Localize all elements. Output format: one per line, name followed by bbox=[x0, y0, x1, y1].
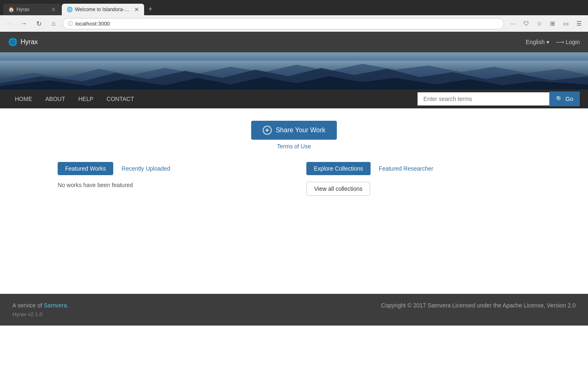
service-text: A service of Samvera. bbox=[12, 302, 68, 309]
app-title: Hyrax bbox=[21, 38, 38, 46]
right-tab-content: View all collections bbox=[306, 182, 530, 196]
search-input[interactable] bbox=[418, 92, 549, 105]
search-icon: 🔍 bbox=[556, 96, 563, 102]
nav-help[interactable]: HELP bbox=[72, 91, 100, 107]
menu-button[interactable]: ☰ bbox=[573, 18, 585, 29]
browser-chrome: 🏠 Hyrax ✕ 🌐 Welcome to Islandora-CLAW | … bbox=[0, 0, 588, 32]
app-header: 🌐 Hyrax English ▾ ⟶ Login bbox=[0, 32, 588, 52]
address-input[interactable] bbox=[75, 21, 499, 27]
search-button-label: Go bbox=[565, 96, 573, 102]
forward-button[interactable]: → bbox=[18, 18, 30, 29]
right-tab-buttons: Explore Collections Featured Researcher bbox=[306, 162, 530, 175]
tab-title-1: Hyrax bbox=[16, 7, 49, 12]
tab-favicon-1: 🏠 bbox=[8, 7, 14, 12]
address-bar: ⓘ bbox=[63, 18, 504, 29]
header-right: English ▾ ⟶ Login bbox=[526, 39, 580, 45]
language-label: English bbox=[526, 39, 545, 45]
plus-circle-icon: + bbox=[263, 126, 272, 135]
login-label: Login bbox=[566, 39, 580, 45]
bookmark-icon[interactable]: ☆ bbox=[534, 18, 545, 29]
tabs-section: Featured Works Recently Uploaded No work… bbox=[8, 162, 580, 196]
samvera-link[interactable]: Samvera bbox=[44, 302, 67, 309]
toolbar-icons: ··· 🛡 ☆ ⊞ ▭ ☰ bbox=[507, 18, 585, 29]
nav-bar: HOME ABOUT HELP CONTACT 🔍 Go bbox=[0, 89, 588, 108]
browser-toolbar: ← → ↻ ⌂ ⓘ ··· 🛡 ☆ ⊞ ▭ ☰ bbox=[0, 15, 588, 32]
explore-collections-tab[interactable]: Explore Collections bbox=[306, 162, 371, 175]
more-button[interactable]: ··· bbox=[507, 18, 519, 29]
reload-button[interactable]: ↻ bbox=[33, 18, 44, 29]
nav-home[interactable]: HOME bbox=[8, 91, 39, 107]
tab-title-2: Welcome to Islandora-CLAW | bbox=[75, 7, 132, 12]
featured-works-tab[interactable]: Featured Works bbox=[58, 162, 113, 175]
copyright-text: Copyright © 2017 Samvera Licensed under … bbox=[381, 302, 576, 309]
version-text: Hyrax v2.1.0 bbox=[12, 311, 68, 317]
service-prefix: A service of bbox=[12, 302, 42, 309]
app-logo: 🌐 Hyrax bbox=[8, 38, 38, 47]
share-work-section: + Share Your Work Terms of Use bbox=[8, 121, 580, 150]
no-works-text: No works have been featured bbox=[58, 182, 133, 188]
footer: A service of Samvera. Hyrax v2.1.0 Copyr… bbox=[0, 294, 588, 326]
tab-close-2[interactable]: ✕ bbox=[134, 6, 139, 13]
home-button[interactable]: ⌂ bbox=[48, 18, 59, 29]
library-icon[interactable]: ⊞ bbox=[547, 18, 558, 29]
browser-tab-2[interactable]: 🌐 Welcome to Islandora-CLAW | ✕ bbox=[62, 4, 144, 15]
globe-icon: 🌐 bbox=[8, 38, 17, 47]
recently-uploaded-tab[interactable]: Recently Uploaded bbox=[114, 162, 177, 175]
right-tab-group: Explore Collections Featured Researcher … bbox=[306, 162, 530, 196]
nav-about[interactable]: ABOUT bbox=[39, 91, 72, 107]
sidebar-toggle[interactable]: ▭ bbox=[560, 18, 572, 29]
shield-icon[interactable]: 🛡 bbox=[520, 18, 532, 29]
share-work-label: Share Your Work bbox=[276, 127, 326, 134]
footer-right: Copyright © 2017 Samvera Licensed under … bbox=[381, 302, 576, 309]
terms-of-use-link[interactable]: Terms of Use bbox=[8, 143, 580, 150]
browser-tab-1[interactable]: 🏠 Hyrax ✕ bbox=[3, 4, 61, 15]
share-work-button[interactable]: + Share Your Work bbox=[251, 121, 337, 140]
nav-contact[interactable]: CONTACT bbox=[100, 91, 141, 107]
login-icon: ⟶ bbox=[556, 39, 564, 45]
language-button[interactable]: English ▾ bbox=[526, 39, 549, 45]
search-area: 🔍 Go bbox=[418, 91, 580, 106]
view-all-collections-button[interactable]: View all collections bbox=[306, 182, 370, 196]
left-tab-content: No works have been featured bbox=[58, 182, 282, 188]
info-icon: ⓘ bbox=[68, 20, 73, 27]
main-content: + Share Your Work Terms of Use Featured … bbox=[0, 108, 588, 294]
tab-close-1[interactable]: ✕ bbox=[51, 6, 56, 13]
search-button[interactable]: 🔍 Go bbox=[549, 91, 580, 106]
nav-links: HOME ABOUT HELP CONTACT bbox=[8, 91, 418, 107]
tab-favicon-2: 🌐 bbox=[67, 7, 72, 12]
back-button[interactable]: ← bbox=[3, 18, 15, 29]
footer-left: A service of Samvera. Hyrax v2.1.0 bbox=[12, 302, 68, 317]
left-tab-group: Featured Works Recently Uploaded No work… bbox=[58, 162, 282, 196]
featured-researcher-tab[interactable]: Featured Researcher bbox=[371, 162, 441, 175]
left-tab-buttons: Featured Works Recently Uploaded bbox=[58, 162, 282, 175]
chevron-down-icon: ▾ bbox=[546, 39, 549, 45]
mountain-svg bbox=[0, 61, 588, 89]
new-tab-button[interactable]: + bbox=[145, 3, 156, 15]
hero-banner bbox=[0, 52, 588, 89]
login-button[interactable]: ⟶ Login bbox=[556, 39, 580, 45]
